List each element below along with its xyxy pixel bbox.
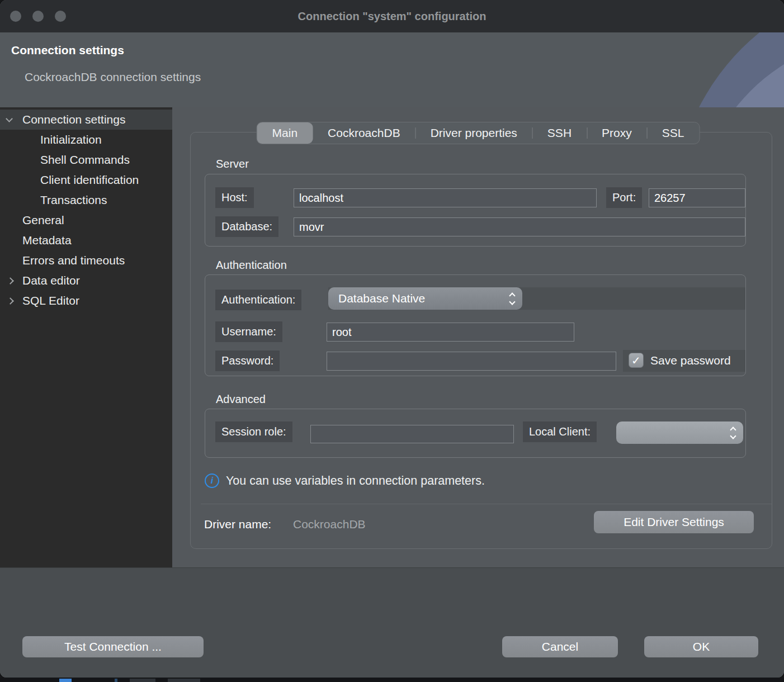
sidebar-item-label: Shell Commands	[40, 153, 130, 167]
driver-name-label: Driver name:	[204, 518, 271, 531]
page-subtitle: CockroachDB connection settings	[25, 70, 201, 84]
port-label: Port:	[606, 187, 642, 208]
window-title: Connection "system" configuration	[0, 0, 784, 32]
tab[interactable]: Proxy	[587, 122, 647, 144]
host-input[interactable]	[294, 188, 597, 207]
dialog-header: Connection settings CockroachDB connecti…	[0, 32, 784, 107]
username-input[interactable]	[327, 323, 574, 342]
sidebar-item-label: Metadata	[22, 234, 72, 247]
tree-chevron-icon[interactable]	[4, 299, 22, 304]
tab-label: Driver properties	[431, 126, 517, 140]
password-input[interactable]	[327, 352, 616, 371]
background-fragment	[168, 679, 200, 682]
password-label: Password:	[215, 351, 280, 371]
ok-button[interactable]: OK	[644, 636, 758, 657]
background-fragment	[59, 679, 72, 682]
sidebar-item-label: Data editor	[22, 274, 80, 287]
sidebar-item[interactable]: Metadata	[0, 230, 172, 250]
tab-bar: Main CockroachDB Driver properties SSH	[257, 122, 700, 144]
dropdown-chevrons-icon	[731, 426, 735, 440]
cancel-button[interactable]: Cancel	[502, 636, 618, 657]
info-text: You can use variables in connection para…	[226, 474, 485, 488]
authentication-select-value: Database Native	[338, 292, 510, 305]
sidebar-item-label: General	[22, 214, 64, 227]
authentication-select[interactable]: Database Native	[328, 287, 522, 310]
local-client-select[interactable]	[616, 421, 743, 444]
sidebar-item-label: Client identification	[40, 173, 139, 187]
sidebar-item[interactable]: Errors and timeouts	[0, 250, 172, 271]
sidebar-item[interactable]: Initialization	[0, 130, 172, 150]
session-role-input[interactable]	[310, 425, 514, 443]
dropdown-chevrons-icon	[510, 292, 514, 306]
save-password-label: Save password	[650, 354, 731, 367]
sidebar-item-label: SQL Editor	[22, 294, 79, 307]
database-input[interactable]	[294, 217, 745, 236]
driver-name-value: CockroachDB	[293, 518, 366, 531]
session-role-label: Session role:	[215, 421, 292, 442]
local-client-label: Local Client:	[523, 421, 597, 442]
tab-label: Proxy	[602, 126, 632, 140]
content-area: Connection settings Initialization Shell…	[0, 107, 784, 567]
host-label: Host:	[215, 187, 254, 208]
tree-chevron-icon[interactable]	[4, 278, 22, 283]
page-title: Connection settings	[11, 44, 124, 57]
username-label: Username:	[215, 321, 282, 342]
server-section-label: Server	[216, 158, 249, 170]
tab[interactable]: SSH	[532, 122, 587, 144]
connection-configuration-dialog: Connection "system" configuration Connec…	[0, 0, 784, 678]
sidebar-item-label: Connection settings	[22, 113, 125, 126]
tab-label: SSH	[547, 126, 572, 140]
advanced-section-label: Advanced	[216, 393, 266, 406]
background-fragment	[130, 679, 155, 682]
edit-driver-settings-button[interactable]: Edit Driver Settings	[594, 511, 754, 533]
server-group: Host: Port: Database:	[205, 174, 746, 247]
authentication-group: Authentication: Database Native Username…	[205, 274, 746, 376]
main-tab-panel: Server Host: Port: Database: Authenticat…	[190, 132, 772, 549]
tab[interactable]: SSL	[647, 122, 700, 144]
tab[interactable]: Main	[257, 122, 313, 144]
advanced-group: Session role: Local Client:	[205, 409, 746, 458]
port-input[interactable]	[649, 188, 745, 207]
test-connection-button[interactable]: Test Connection ...	[22, 636, 204, 657]
sidebar-item-label: Transactions	[40, 193, 107, 207]
sidebar-item-label: Errors and timeouts	[22, 254, 125, 267]
database-label: Database:	[215, 216, 278, 237]
authentication-section-label: Authentication	[216, 259, 287, 272]
sidebar-item[interactable]: SQL Editor	[0, 291, 172, 311]
settings-tree: Connection settings Initialization Shell…	[0, 107, 172, 567]
tab-label: CockroachDB	[328, 126, 400, 140]
sidebar-item[interactable]: Transactions	[0, 190, 172, 210]
sidebar-item[interactable]: Connection settings	[0, 110, 172, 130]
sidebar-item-label: Initialization	[40, 133, 102, 146]
dialog-footer: Test Connection ... Cancel OK	[0, 567, 784, 678]
tab-label: SSL	[662, 126, 684, 140]
tab-label: Main	[272, 126, 298, 140]
save-password-checkbox[interactable]: ✓	[629, 353, 644, 368]
info-icon: i	[205, 473, 219, 488]
main-area: Main CockroachDB Driver properties SSH	[172, 107, 784, 567]
tab[interactable]: Driver properties	[415, 122, 532, 144]
tab[interactable]: CockroachDB	[313, 122, 415, 144]
sidebar-item[interactable]: Client identification	[0, 170, 172, 190]
sidebar-item[interactable]: General	[0, 210, 172, 230]
background-window-strip	[0, 678, 784, 682]
sidebar-item[interactable]: Shell Commands	[0, 150, 172, 170]
title-bar: Connection "system" configuration	[0, 0, 784, 32]
sidebar-item[interactable]: Data editor	[0, 271, 172, 291]
authentication-label: Authentication:	[215, 290, 301, 310]
checkmark-icon: ✓	[631, 354, 641, 367]
divider	[201, 504, 772, 504]
tree-chevron-icon[interactable]	[4, 119, 22, 121]
background-fragment	[115, 679, 117, 682]
